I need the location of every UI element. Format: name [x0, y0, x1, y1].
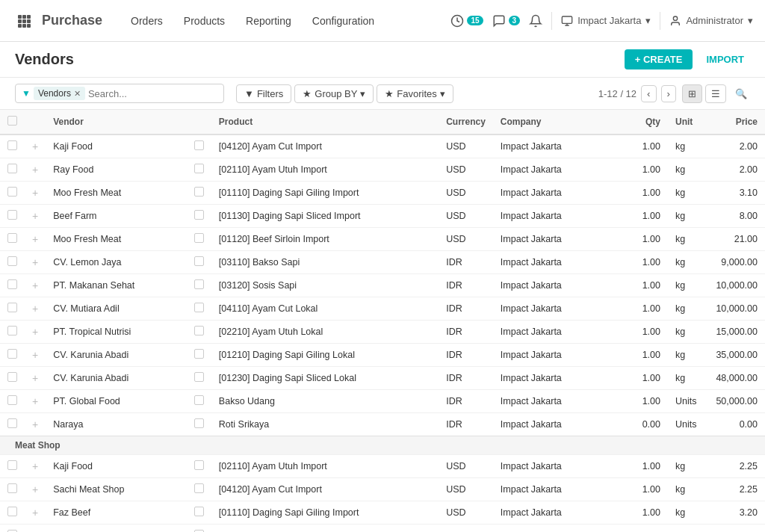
row-checkbox[interactable]	[0, 455, 25, 478]
prev-page-btn[interactable]: ‹	[641, 85, 656, 102]
row-checkbox[interactable]	[0, 478, 25, 501]
row-add-icon[interactable]: +	[25, 455, 46, 478]
row-vendor[interactable]: Kaji Food	[46, 134, 187, 158]
row-add-icon[interactable]: +	[25, 134, 46, 158]
col-price[interactable]: Price	[705, 110, 765, 134]
row-add-icon[interactable]: +	[25, 413, 46, 436]
create-button[interactable]: + CREATE	[625, 49, 693, 69]
col-unit[interactable]: Unit	[668, 110, 705, 134]
row-add-icon[interactable]: +	[25, 297, 46, 321]
row-product[interactable]: [01110] Daging Sapi Giling Import	[211, 501, 439, 525]
row-add-icon[interactable]: +	[25, 390, 46, 413]
row-add-icon[interactable]: +	[25, 501, 46, 525]
row-add-icon[interactable]: +	[25, 321, 46, 344]
row-product[interactable]: [01130] Daging Sapi Sliced Import	[211, 525, 439, 533]
row-vendor[interactable]: Moo Fresh Meat	[46, 228, 187, 251]
row-vendor[interactable]: Naraya	[46, 413, 187, 436]
row-checkbox[interactable]	[0, 344, 25, 367]
row-product[interactable]: [02110] Ayam Utuh Import	[211, 455, 439, 478]
row-currency: USD	[439, 478, 493, 501]
row-product[interactable]: [01210] Daging Sapi Giling Lokal	[211, 344, 439, 367]
col-company[interactable]: Company	[493, 110, 623, 134]
row-vendor[interactable]: CV. Karunia Abadi	[46, 367, 187, 390]
row-add-icon[interactable]: +	[25, 367, 46, 390]
col-currency[interactable]: Currency	[439, 110, 493, 134]
row-product[interactable]: [04120] Ayam Cut Import	[211, 478, 439, 501]
row-vendor[interactable]: CV. Lemon Jaya	[46, 251, 187, 274]
row-product[interactable]: [02110] Ayam Utuh Import	[211, 158, 439, 182]
row-checkbox[interactable]	[0, 367, 25, 390]
col-product[interactable]: Product	[211, 110, 439, 134]
list-view-btn[interactable]: ☰	[705, 84, 726, 103]
row-vendor[interactable]: Moo Fresh Meat	[46, 182, 187, 205]
nav-configuration[interactable]: Configuration	[302, 9, 385, 33]
grid-menu-icon[interactable]	[12, 9, 36, 33]
row-vendor[interactable]: CV. Mutiara Adil	[46, 297, 187, 321]
user-btn[interactable]: Administrator ▾	[669, 15, 753, 27]
row-add-icon[interactable]: +	[25, 274, 46, 297]
tag-close-icon[interactable]: ✕	[74, 89, 81, 99]
row-checkbox[interactable]	[0, 158, 25, 182]
col-qty[interactable]: Qty	[623, 110, 668, 134]
group-by-btn[interactable]: ★ Group BY ▾	[294, 84, 374, 103]
row-checkbox[interactable]	[0, 297, 25, 321]
row-checkbox[interactable]	[0, 390, 25, 413]
vendors-filter-tag[interactable]: Vendors ✕	[34, 87, 85, 100]
row-product[interactable]: [04110] Ayam Cut Lokal	[211, 297, 439, 321]
search-bar[interactable]: ▼ Vendors ✕	[15, 84, 224, 103]
row-add-icon[interactable]: +	[25, 158, 46, 182]
row-vendor[interactable]: Ray Food	[46, 158, 187, 182]
row-add-icon[interactable]: +	[25, 205, 46, 228]
row-product[interactable]: [01230] Daging Sapi Sliced Lokal	[211, 367, 439, 390]
search-input[interactable]	[88, 88, 217, 99]
nav-reporting[interactable]: Reporting	[235, 9, 302, 33]
nav-orders[interactable]: Orders	[120, 9, 173, 33]
next-page-btn[interactable]: ›	[661, 85, 676, 102]
search-icon[interactable]: 🔍	[732, 85, 750, 102]
notification-btn[interactable]: 15	[450, 14, 483, 28]
row-product[interactable]: [04120] Ayam Cut Import	[211, 134, 439, 158]
row-checkbox[interactable]	[0, 205, 25, 228]
row-checkbox[interactable]	[0, 134, 25, 158]
row-vendor[interactable]: Beef Farm	[46, 205, 187, 228]
row-vendor[interactable]: Sachi Meat Shop	[46, 478, 187, 501]
row-checkbox[interactable]	[0, 525, 25, 533]
row-product[interactable]: [02210] Ayam Utuh Lokal	[211, 321, 439, 344]
row-add-icon[interactable]: +	[25, 344, 46, 367]
row-product[interactable]: [03110] Bakso Sapi	[211, 251, 439, 274]
row-vendor[interactable]: Beef Farm	[46, 525, 187, 533]
grid-view-btn[interactable]: ⊞	[682, 84, 702, 103]
row-checkbox[interactable]	[0, 228, 25, 251]
row-vendor[interactable]: PT. Tropical Nutrisi	[46, 321, 187, 344]
row-vendor[interactable]: Kaji Food	[46, 455, 187, 478]
row-checkbox[interactable]	[0, 321, 25, 344]
row-add-icon[interactable]: +	[25, 525, 46, 533]
company-btn[interactable]: Impact Jakarta ▾	[561, 15, 651, 27]
row-product[interactable]: [01130] Daging Sapi Sliced Import	[211, 205, 439, 228]
row-product[interactable]: [03120] Sosis Sapi	[211, 274, 439, 297]
row-checkbox[interactable]	[0, 274, 25, 297]
row-product[interactable]: Bakso Udang	[211, 390, 439, 413]
row-add-icon[interactable]: +	[25, 478, 46, 501]
activity-btn[interactable]	[529, 14, 542, 28]
filters-btn[interactable]: ▼ Filters	[236, 84, 291, 103]
row-vendor[interactable]: CV. Karunia Abadi	[46, 344, 187, 367]
row-vendor[interactable]: Faz Beef	[46, 501, 187, 525]
row-checkbox[interactable]	[0, 182, 25, 205]
row-checkbox[interactable]	[0, 251, 25, 274]
favorites-btn[interactable]: ★ Favorites ▾	[377, 84, 453, 103]
row-checkbox[interactable]	[0, 413, 25, 436]
row-checkbox[interactable]	[0, 501, 25, 525]
row-product[interactable]: [01110] Daging Sapi Giling Import	[211, 182, 439, 205]
import-button[interactable]: IMPORT	[700, 49, 750, 69]
row-product[interactable]: Roti Srikaya	[211, 413, 439, 436]
row-vendor[interactable]: PT. Global Food	[46, 390, 187, 413]
row-vendor[interactable]: PT. Makanan Sehat	[46, 274, 187, 297]
col-vendor[interactable]: Vendor	[46, 110, 187, 134]
row-add-icon[interactable]: +	[25, 251, 46, 274]
nav-products[interactable]: Products	[173, 9, 235, 33]
row-product[interactable]: [01120] Beef Sirloin Import	[211, 228, 439, 251]
row-add-icon[interactable]: +	[25, 182, 46, 205]
row-add-icon[interactable]: +	[25, 228, 46, 251]
message-btn[interactable]: 3	[492, 14, 521, 28]
